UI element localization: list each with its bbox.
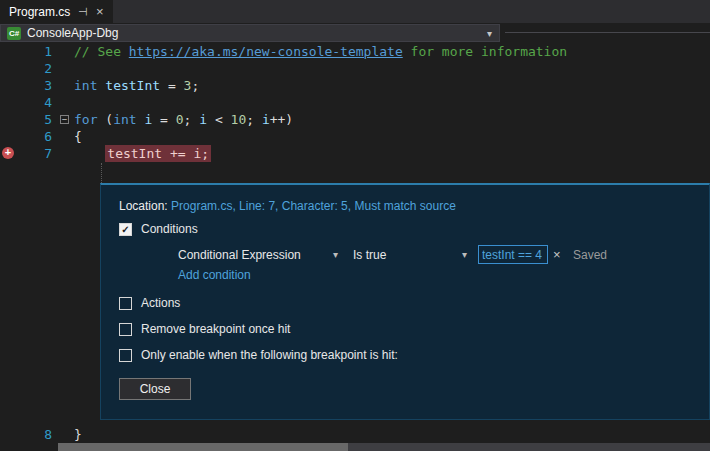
line-number: 8 xyxy=(0,426,58,443)
line-number: 5 xyxy=(0,111,58,128)
line-number: 1 xyxy=(0,43,58,60)
code-token: { xyxy=(74,129,82,144)
check-icon: ✓ xyxy=(121,224,129,235)
chevron-down-icon[interactable]: ▾ xyxy=(333,249,338,260)
close-button[interactable]: Close xyxy=(119,378,191,400)
breakpoint-plus-icon: + xyxy=(2,147,14,158)
condition-type-dropdown[interactable]: Conditional Expression xyxy=(178,248,301,262)
actions-label: Actions xyxy=(141,296,180,310)
clear-condition-icon[interactable]: × xyxy=(553,247,561,262)
conditions-row: ✓ Conditions xyxy=(119,222,198,236)
code-line-7: 7 testInt += i; xyxy=(0,145,710,162)
code-token: ( xyxy=(97,112,113,127)
code-line-2: 2 xyxy=(0,60,710,77)
tab-program-cs[interactable]: Program.cs ⊤ × xyxy=(0,0,113,23)
remove-once-row: Remove breakpoint once hit xyxy=(119,322,290,336)
code-token: ; xyxy=(191,78,199,93)
line-number: 4 xyxy=(0,94,58,111)
line-number: 6 xyxy=(0,128,58,145)
code-line-8: 8} xyxy=(0,426,710,443)
code-token: i xyxy=(199,112,207,127)
code-token: int xyxy=(74,78,97,93)
code-line-1: 1// See https://aka.ms/new-console-templ… xyxy=(0,43,710,60)
code-token: for xyxy=(74,112,97,127)
code-token: < xyxy=(207,112,230,127)
only-enable-label: Only enable when the following breakpoin… xyxy=(141,348,398,362)
location-value: Program.cs, Line: 7, Character: 5, Must … xyxy=(171,199,456,213)
code-text[interactable]: int testInt = 3; xyxy=(74,77,199,94)
code-text[interactable]: // See https://aka.ms/new-console-templa… xyxy=(74,43,567,60)
saved-status: Saved xyxy=(573,248,607,262)
code-token: 10 xyxy=(231,112,247,127)
code-text[interactable]: } xyxy=(74,426,82,443)
actions-row: Actions xyxy=(119,296,180,310)
code-token: int xyxy=(113,112,136,127)
location-label: Location: xyxy=(119,199,168,213)
tab-title: Program.cs xyxy=(9,5,70,19)
separator-line xyxy=(505,32,710,33)
code-token: ++) xyxy=(270,112,293,127)
remove-once-label: Remove breakpoint once hit xyxy=(141,322,290,336)
condition-operator-dropdown[interactable]: Is true xyxy=(353,248,386,262)
conditions-label: Conditions xyxy=(141,222,198,236)
code-token: // See xyxy=(74,44,129,59)
actions-checkbox[interactable] xyxy=(119,297,132,310)
code-token: https://aka.ms/new-console-template xyxy=(129,44,403,59)
condition-expression-input[interactable] xyxy=(478,245,548,264)
code-line-3: 3int testInt = 3; xyxy=(0,77,710,94)
csharp-project-icon: C# xyxy=(7,27,21,40)
pin-icon[interactable]: ⊤ xyxy=(77,7,90,17)
code-token: = xyxy=(160,78,183,93)
only-enable-checkbox[interactable] xyxy=(119,349,132,362)
code-token: for more information xyxy=(403,44,567,59)
horizontal-scrollbar[interactable] xyxy=(58,443,710,451)
code-line-5: 5−for (int i = 0; i < 10; i++) xyxy=(0,111,710,128)
chevron-down-icon[interactable]: ▾ xyxy=(487,28,492,39)
tab-bar: Program.cs ⊤ × xyxy=(0,0,710,23)
scrollbar-thumb[interactable] xyxy=(58,443,348,451)
fold-toggle-icon[interactable]: − xyxy=(60,115,69,124)
fold-margin xyxy=(58,128,74,145)
project-selector-dropdown[interactable]: C# ConsoleApp-Dbg ▾ xyxy=(0,24,500,42)
fold-margin xyxy=(58,77,74,94)
indent-guide xyxy=(101,163,102,183)
fold-margin xyxy=(58,60,74,77)
code-text[interactable]: { xyxy=(74,128,82,145)
fold-margin xyxy=(58,43,74,60)
conditions-checkbox[interactable]: ✓ xyxy=(119,223,132,236)
code-token: testInt xyxy=(105,78,160,93)
code-token: i xyxy=(262,112,270,127)
only-enable-row: Only enable when the following breakpoin… xyxy=(119,348,398,362)
remove-once-checkbox[interactable] xyxy=(119,323,132,336)
code-token: testInt += i; xyxy=(105,145,211,162)
line-number: 2 xyxy=(0,60,58,77)
code-token xyxy=(74,146,105,161)
code-token: } xyxy=(74,427,82,442)
location-line: Location: Program.cs, Line: 7, Character… xyxy=(119,199,456,213)
code-token: 0 xyxy=(176,112,184,127)
breakpoint-settings-window: Location: Program.cs, Line: 7, Character… xyxy=(100,183,710,420)
add-condition-link[interactable]: Add condition xyxy=(178,268,251,282)
code-line-4: 4 xyxy=(0,94,710,111)
code-line-6: 6{ xyxy=(0,128,710,145)
fold-margin xyxy=(58,145,74,162)
project-selector-value: ConsoleApp-Dbg xyxy=(27,26,118,40)
close-tab-icon[interactable]: × xyxy=(96,4,104,19)
fold-margin xyxy=(58,94,74,111)
code-token: = xyxy=(152,112,175,127)
toolbar-row: C# ConsoleApp-Dbg ▾ xyxy=(0,23,710,43)
code-token: ; xyxy=(246,112,262,127)
line-number: 3 xyxy=(0,77,58,94)
fold-margin xyxy=(58,426,74,443)
code-text[interactable]: testInt += i; xyxy=(74,145,211,162)
chevron-down-icon[interactable]: ▾ xyxy=(462,249,467,260)
fold-margin: − xyxy=(58,111,74,128)
code-text[interactable]: for (int i = 0; i < 10; i++) xyxy=(74,111,293,128)
vs-editor-window: Program.cs ⊤ × C# ConsoleApp-Dbg ▾ 1// S… xyxy=(0,0,710,451)
breakpoint-glyph[interactable]: + xyxy=(2,147,14,159)
condition-editor-row: Conditional Expression ▾ Is true ▾ × Sav… xyxy=(101,246,710,266)
code-token: ; xyxy=(184,112,200,127)
